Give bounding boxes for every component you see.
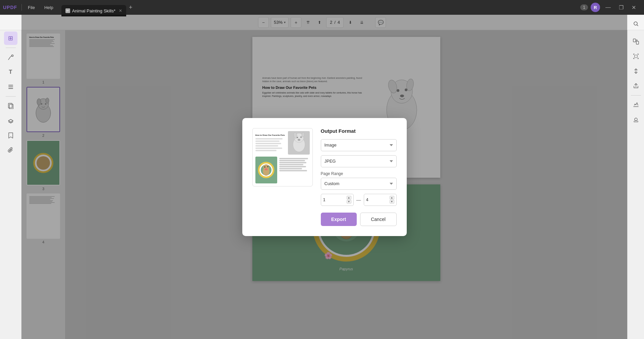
sidebar-item-pages[interactable] <box>4 99 17 113</box>
svg-point-38 <box>297 137 298 138</box>
tab-icon: ✏ <box>65 8 70 13</box>
range-to-field[interactable] <box>366 197 380 202</box>
preview-dog-image <box>288 131 310 155</box>
cancel-button[interactable]: Cancel <box>360 213 397 226</box>
left-sidebar: ⊞ T <box>0 15 21 339</box>
add-tab-button[interactable]: + <box>129 4 133 11</box>
subformat-select[interactable]: JPEG PNG BMP TIFF GIF <box>321 155 397 167</box>
right-sidebar-convert[interactable] <box>629 35 643 48</box>
tab-title: Animal Painting Skills* <box>72 8 115 13</box>
svg-point-40 <box>298 139 300 141</box>
output-format-title: Output Format <box>321 128 397 134</box>
svg-rect-2 <box>8 87 13 87</box>
minimize-button[interactable]: — <box>603 4 613 10</box>
page-range-label: Page Range <box>321 171 397 176</box>
preview-plant-image <box>255 157 277 183</box>
right-sidebar-share[interactable] <box>629 79 643 93</box>
range-from-stepper[interactable]: ▲ ▼ <box>347 196 351 204</box>
svg-rect-6 <box>633 39 636 42</box>
page-range-group: Page Range All Pages Current Page Custom <box>321 171 397 190</box>
svg-rect-8 <box>635 55 637 58</box>
titlebar-divider <box>21 4 22 11</box>
help-menu[interactable]: Help <box>40 0 58 15</box>
sidebar-item-list[interactable] <box>4 80 17 94</box>
format-select[interactable]: Image PDF Word Excel PowerPoint <box>321 139 397 151</box>
right-sidebar-compress[interactable] <box>629 64 643 78</box>
svg-rect-5 <box>9 104 13 109</box>
preview-right-line6 <box>279 168 302 169</box>
sidebar-item-bookmark[interactable] <box>4 129 17 142</box>
export-button[interactable]: Export <box>321 213 357 226</box>
format-group: Image PDF Word Excel PowerPoint <box>321 139 397 151</box>
page-range-select[interactable]: All Pages Current Page Custom <box>321 178 397 190</box>
file-menu[interactable]: File <box>23 0 40 15</box>
svg-rect-3 <box>8 88 13 89</box>
range-to-stepper[interactable]: ▲ ▼ <box>390 196 394 204</box>
titlebar-menu: File Help <box>23 0 58 15</box>
preview-right-line1 <box>279 158 308 159</box>
modal-overlay: How to Draw Our Favorite Pets <box>21 15 627 339</box>
sidebar-item-text[interactable]: T <box>4 65 17 79</box>
maximize-button[interactable]: ❐ <box>616 4 626 11</box>
user-count-badge[interactable]: 1 <box>580 4 588 10</box>
preview-text-block: How to Draw Our Favorite Pets <box>255 131 286 155</box>
sidebar-item-paint[interactable] <box>4 51 17 64</box>
titlebar: UPDF File Help ✏ Animal Painting Skills*… <box>0 0 644 15</box>
export-dialog: How to Draw Our Favorite Pets <box>242 118 407 236</box>
svg-point-0 <box>11 55 13 57</box>
preview-right-line3 <box>279 162 307 163</box>
right-sidebar <box>627 15 644 339</box>
right-sidebar-ocr[interactable] <box>629 50 643 63</box>
sidebar-item-layers[interactable] <box>4 114 17 127</box>
preview-top: How to Draw Our Favorite Pets <box>255 131 310 155</box>
range-from-up[interactable]: ▲ <box>347 196 351 200</box>
preview-right-line7 <box>279 170 307 171</box>
right-sidebar-stamp[interactable] <box>629 113 643 126</box>
preview-line2 <box>255 140 280 142</box>
sidebar-divider2 <box>6 96 16 97</box>
preview-line1 <box>255 138 283 139</box>
subformat-group: JPEG PNG BMP TIFF GIF <box>321 155 397 167</box>
range-to-up[interactable]: ▲ <box>390 196 394 200</box>
tab-close-button[interactable]: ✕ <box>119 8 122 13</box>
preview-line4 <box>255 145 278 147</box>
svg-point-39 <box>300 136 302 138</box>
svg-rect-7 <box>636 41 639 44</box>
sidebar-divider <box>6 48 16 48</box>
range-dash: — <box>356 197 361 203</box>
svg-point-9 <box>635 118 637 121</box>
titlebar-right: 1 R — ❐ ✕ <box>580 3 644 12</box>
range-to-down[interactable]: ▼ <box>390 200 394 204</box>
svg-point-37 <box>301 132 304 137</box>
svg-point-46 <box>264 166 265 168</box>
range-from-field[interactable] <box>323 197 337 202</box>
search-button[interactable] <box>631 18 641 29</box>
sidebar-item-grid[interactable]: ⊞ <box>4 32 17 45</box>
preview-right-line4 <box>279 164 304 165</box>
preview-line6 <box>255 150 277 151</box>
preview-line3 <box>255 143 281 144</box>
svg-point-47 <box>267 166 268 167</box>
modal-form-section: Output Format Image PDF Word Excel Power… <box>321 128 397 226</box>
app-logo: UPDF <box>0 5 20 10</box>
preview-card: How to Draw Our Favorite Pets <box>252 128 313 186</box>
sidebar-item-attachments[interactable] <box>4 144 17 157</box>
close-window-button[interactable]: ✕ <box>629 4 639 11</box>
range-from-input[interactable]: ▲ ▼ <box>321 194 354 206</box>
modal-actions: Export Cancel <box>321 213 397 226</box>
preview-bottom <box>255 157 310 183</box>
range-to-input[interactable]: ▲ ▼ <box>364 194 397 206</box>
modal-preview-section: How to Draw Our Favorite Pets <box>252 128 313 226</box>
preview-text-right <box>279 157 310 183</box>
preview-right-line5 <box>279 166 306 167</box>
right-divider <box>631 95 641 96</box>
preview-right-line2 <box>279 160 305 161</box>
svg-point-48 <box>265 168 267 170</box>
preview-line5 <box>255 148 282 149</box>
svg-rect-1 <box>8 85 13 86</box>
svg-rect-4 <box>8 103 12 108</box>
range-from-down[interactable]: ▼ <box>347 200 351 204</box>
svg-rect-10 <box>634 121 638 122</box>
user-avatar[interactable]: R <box>591 3 600 12</box>
right-sidebar-sign[interactable] <box>629 98 643 112</box>
